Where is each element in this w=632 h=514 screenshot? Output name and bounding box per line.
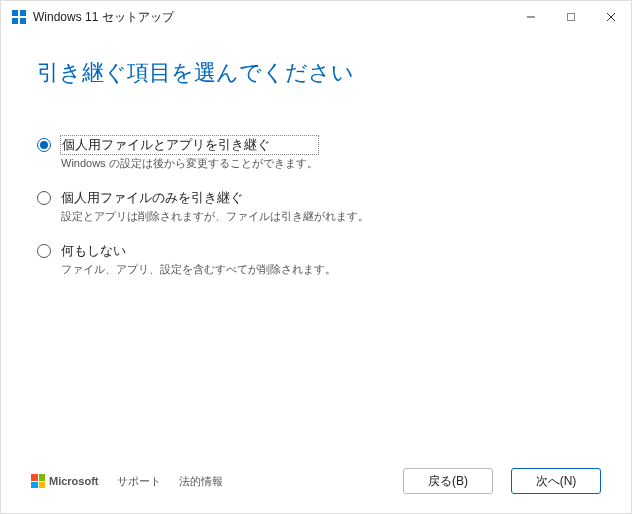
next-button[interactable]: 次へ(N) [511,468,601,494]
microsoft-brand-text: Microsoft [49,475,99,487]
legal-link[interactable]: 法的情報 [179,474,223,489]
option-nothing[interactable]: 何もしない ファイル、アプリ、設定を含むすべてが削除されます。 [37,242,595,277]
maximize-button[interactable] [551,1,591,33]
support-link[interactable]: サポート [117,474,161,489]
window-controls [511,1,631,33]
radio-icon[interactable] [37,138,51,152]
back-button[interactable]: 戻る(B) [403,468,493,494]
option-description: Windows の設定は後から変更することができます。 [61,156,318,171]
close-button[interactable] [591,1,631,33]
minimize-button[interactable] [511,1,551,33]
content-area: 引き継ぐ項目を選んでください 個人用ファイルとアプリを引き継ぐ Windows … [1,33,631,459]
svg-rect-5 [568,14,575,21]
microsoft-logo: Microsoft [31,474,99,488]
svg-rect-3 [20,18,26,24]
option-keep-files-apps[interactable]: 個人用ファイルとアプリを引き継ぐ Windows の設定は後から変更することがで… [37,136,595,171]
titlebar: Windows 11 セットアップ [1,1,631,33]
option-label: 個人用ファイルのみを引き継ぐ [61,189,369,207]
svg-rect-2 [12,18,18,24]
option-description: 設定とアプリは削除されますが、ファイルは引き継がれます。 [61,209,369,224]
option-label: 何もしない [61,242,336,260]
option-description: ファイル、アプリ、設定を含むすべてが削除されます。 [61,262,336,277]
option-label: 個人用ファイルとアプリを引き継ぐ [61,136,318,154]
options-list: 個人用ファイルとアプリを引き継ぐ Windows の設定は後から変更することがで… [37,136,595,277]
svg-rect-0 [12,10,18,16]
window-title: Windows 11 セットアップ [33,9,174,26]
microsoft-logo-icon [31,474,45,488]
svg-rect-1 [20,10,26,16]
footer: Microsoft サポート 法的情報 戻る(B) 次へ(N) [1,459,631,513]
option-keep-files-only[interactable]: 個人用ファイルのみを引き継ぐ 設定とアプリは削除されますが、ファイルは引き継がれ… [37,189,595,224]
windows-setup-icon [11,9,27,25]
page-title: 引き継ぐ項目を選んでください [37,58,595,88]
radio-icon[interactable] [37,191,51,205]
radio-icon[interactable] [37,244,51,258]
